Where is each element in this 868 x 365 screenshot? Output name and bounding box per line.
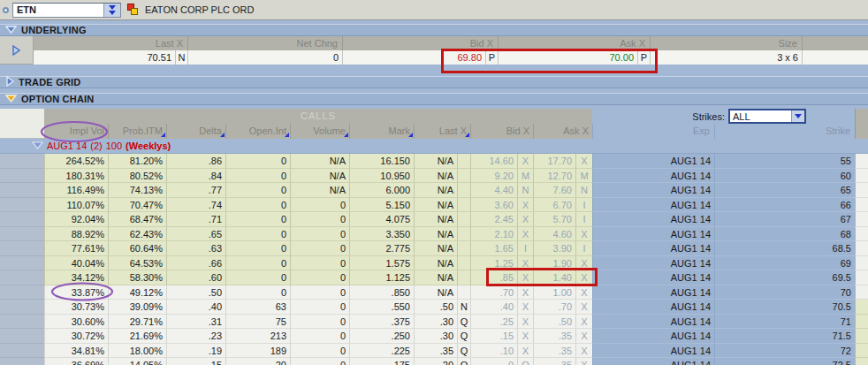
cell-ask[interactable]: .70	[533, 300, 575, 315]
symbol-dropdown-button[interactable]	[103, 4, 120, 17]
option-row[interactable]: 110.07%70.47%.74005.150N/A3.60X6.70IAUG1…	[0, 198, 868, 213]
cell-ask[interactable]: .50	[533, 315, 575, 330]
header-volume[interactable]: Volume	[290, 124, 349, 139]
option-row[interactable]: 40.04%64.53%.66001.575N/A1.25X1.90XAUG1 …	[0, 256, 868, 271]
cell-bid[interactable]: .25	[470, 315, 517, 330]
underlying-header-size[interactable]: Size	[650, 36, 802, 50]
option-row[interactable]: 30.60%29.71%.31750.375.30Q.25X.50XAUG1 1…	[0, 315, 868, 330]
cell-bid[interactable]: .70	[470, 285, 517, 300]
strikes-dropdown-button[interactable]	[791, 110, 804, 122]
cell-last-exchange	[457, 227, 470, 242]
option-row[interactable]: 77.61%60.64%.63002.775N/A1.65I3.90IAUG1 …	[0, 241, 868, 256]
option-row[interactable]: 30.73%39.09%.40630.550.50N.40X.70XAUG1 1…	[0, 300, 868, 315]
option-chain-section-bar[interactable]: OPTION CHAIN	[0, 93, 868, 105]
underlying-ask-value[interactable]: 70.00	[498, 50, 637, 65]
symbol-value[interactable]: ETN	[13, 4, 103, 15]
row-gutter	[0, 358, 44, 365]
underlying-header-netchng[interactable]: Net Chng	[187, 36, 342, 50]
header-bid-x[interactable]: Bid X	[470, 124, 533, 139]
underlying-header-ask[interactable]: Ask X	[498, 36, 650, 50]
collapse-triangle-icon[interactable]	[32, 141, 43, 151]
cell-bid[interactable]: 0	[470, 358, 517, 365]
expand-triangle-icon[interactable]	[5, 76, 14, 88]
option-row[interactable]: 92.04%68.47%.71004.075N/A2.45X5.70IAUG1 …	[0, 212, 868, 227]
cell-exp: AUG1 14	[592, 315, 714, 330]
cell-volume: 0	[290, 300, 349, 315]
strikes-dropdown[interactable]: ALL	[728, 109, 806, 124]
cell-ask[interactable]: .35	[533, 344, 575, 359]
cell-bid[interactable]: 14.60	[470, 154, 517, 169]
option-row[interactable]: 34.81%18.00%.191890.225.35Q.10X.35XAUG1 …	[0, 344, 868, 359]
cell-ask[interactable]: 17.70	[533, 154, 575, 169]
cell-bid-exchange: Q	[517, 358, 533, 365]
option-row[interactable]: 30.72%21.69%.232130.250.30Q.15X.35XAUG1 …	[0, 329, 868, 344]
cell-bid[interactable]: 9.20	[470, 169, 517, 184]
cell-ask[interactable]: 6.70	[533, 198, 575, 213]
option-row[interactable]: 34.12%58.30%.60001.125N/A.85X1.40XAUG1 1…	[0, 270, 868, 285]
underlying-expander[interactable]	[0, 36, 34, 65]
option-row[interactable]: 264.52%81.20%.860N/A16.150N/A14.60X17.70…	[0, 154, 868, 169]
underlying-header-bid[interactable]: Bid X	[342, 36, 498, 50]
cell-bid[interactable]: .40	[470, 300, 517, 315]
cell-bid[interactable]: 1.65	[470, 241, 517, 256]
option-row[interactable]: 116.49%74.13%.770N/A6.000N/A4.40N7.60NAU…	[0, 183, 868, 198]
cell-ask[interactable]: 4.60	[533, 227, 575, 242]
cell-impl-vol: 36.69%	[44, 358, 108, 365]
row-gutter	[0, 344, 44, 359]
cell-impl-vol: 33.87%	[44, 285, 108, 300]
option-row[interactable]: 36.69%14.05%.15200.175.20Q0Q.35XAUG1 147…	[0, 358, 868, 365]
cell-ask[interactable]: 1.90	[533, 256, 575, 271]
header-open-int[interactable]: Open.Int	[225, 124, 290, 139]
header-ask-x[interactable]: Ask X	[533, 124, 592, 139]
header-strike[interactable]: Strike	[714, 124, 855, 139]
sort-icon	[161, 133, 165, 137]
cell-bid[interactable]: 1.25	[470, 256, 517, 271]
trade-grid-section-bar[interactable]: TRADE GRID	[0, 76, 868, 88]
option-row[interactable]: 88.92%62.43%.65003.350N/A2.10X4.60XAUG1 …	[0, 227, 868, 242]
cell-bid[interactable]: .15	[470, 329, 517, 344]
cell-bid-exchange: N	[517, 183, 533, 198]
cell-open-int: 213	[225, 329, 290, 344]
cell-bid[interactable]: .10	[470, 344, 517, 359]
link-group-icon[interactable]	[127, 4, 140, 16]
cell-open-int: 0	[225, 198, 290, 213]
option-row[interactable]: 33.87%49.12%.5000.850N/A.70X1.00XAUG1 14…	[0, 285, 868, 300]
collapse-triangle-icon[interactable]	[5, 25, 17, 35]
underlying-section-bar[interactable]: UNDERLYING	[0, 24, 868, 36]
underlying-bid-value[interactable]: 69.80	[342, 50, 485, 65]
header-delta[interactable]: Delta	[166, 124, 225, 139]
header-prob-itm[interactable]: Prob.ITM	[108, 124, 166, 139]
cell-ask[interactable]: 12.70	[533, 169, 575, 184]
cell-bid[interactable]: 3.60	[470, 198, 517, 213]
cell-bid[interactable]: 2.10	[470, 227, 517, 242]
puts-edge-cell	[855, 212, 868, 227]
option-row[interactable]: 180.31%80.52%.840N/A10.950N/A9.20M12.70M…	[0, 169, 868, 184]
cell-ask[interactable]: .35	[533, 358, 575, 365]
collapse-triangle-icon[interactable]	[5, 94, 17, 104]
cell-ask[interactable]: 1.40	[533, 270, 575, 285]
cell-bid[interactable]: 4.40	[470, 183, 517, 198]
cell-ask[interactable]: 3.90	[533, 241, 575, 256]
puts-edge-cell	[855, 300, 868, 315]
symbol-combobox[interactable]: ETN	[12, 3, 121, 18]
cell-ask[interactable]: 1.00	[533, 285, 575, 300]
cell-impl-vol: 30.72%	[44, 329, 108, 344]
cell-ask[interactable]: .35	[533, 329, 575, 344]
sort-icon	[344, 133, 348, 137]
cell-mark: 5.150	[349, 198, 414, 213]
row-gutter	[0, 227, 44, 242]
cell-ask[interactable]: 7.60	[533, 183, 575, 198]
cell-strike: 67	[714, 212, 855, 227]
expiration-group-row[interactable]: AUG1 14 (2) 100 (Weeklys)	[0, 139, 868, 154]
cell-ask[interactable]: 5.70	[533, 212, 575, 227]
header-exp[interactable]: Exp	[592, 124, 714, 139]
cell-bid[interactable]: 2.45	[470, 212, 517, 227]
header-impl-vol[interactable]: Impl Vol	[44, 124, 108, 139]
cell-mark: 2.775	[349, 241, 414, 256]
cell-ask-exchange: I	[575, 198, 592, 213]
underlying-header-last[interactable]: Last X	[34, 36, 187, 50]
cell-bid[interactable]: .85	[470, 270, 517, 285]
cell-impl-vol: 88.92%	[44, 227, 108, 242]
header-mark[interactable]: Mark	[349, 124, 414, 139]
header-last-x[interactable]: Last X	[414, 124, 470, 139]
